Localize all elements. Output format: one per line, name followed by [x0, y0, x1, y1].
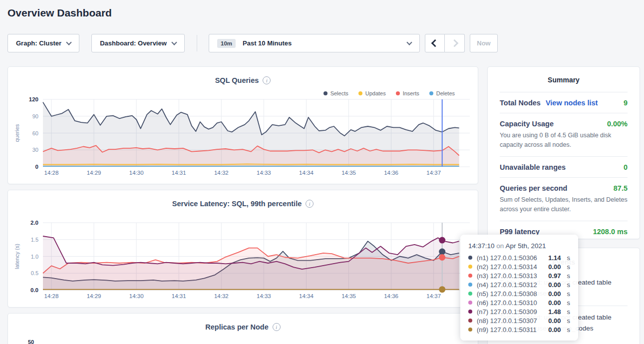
svg-text:0: 0 [35, 164, 38, 170]
svg-text:14:28: 14:28 [44, 293, 59, 299]
svg-text:60: 60 [32, 130, 38, 136]
queries-per-second-value: 87.5 [614, 184, 628, 192]
time-step-buttons [425, 34, 465, 52]
sql-queries-legend: Selects Updates Inserts Deletes [323, 90, 455, 96]
updates-dot-icon [358, 91, 362, 95]
legend-item-inserts[interactable]: Inserts [396, 90, 419, 96]
svg-text:14:33: 14:33 [257, 170, 271, 176]
svg-text:queries: queries [14, 124, 20, 142]
dashboard-dropdown[interactable]: Dashboard: Overview [91, 34, 185, 52]
svg-text:14:30: 14:30 [129, 170, 144, 176]
unavailable-ranges-value: 0 [624, 163, 628, 171]
capacity-usage-value: 0.00% [607, 120, 628, 128]
node-dot-icon [468, 256, 472, 260]
sql-queries-chart-title: SQL Queriesi [8, 76, 478, 84]
queries-per-second-desc: Sum of Selects, Updates, Inserts, and De… [500, 195, 628, 215]
sql-queries-chart-panel: SQL Queriesi Selects Updates Inserts Del… [7, 66, 478, 184]
legend-item-deletes[interactable]: Deletes [429, 90, 455, 96]
tooltip-node-row: (n9) 127.0.0.1:503110.00s [468, 325, 570, 334]
svg-text:14:32: 14:32 [214, 170, 229, 176]
total-nodes-label: Total Nodes [500, 99, 541, 107]
svg-text:0.5: 0.5 [31, 270, 38, 276]
time-range-label: Past 10 Minutes [243, 39, 292, 47]
summary-row-queries-per-second: Queries per second 87.5 Sum of Selects, … [500, 177, 628, 221]
svg-text:14:30: 14:30 [129, 293, 144, 299]
svg-text:14:29: 14:29 [87, 293, 101, 299]
svg-text:90: 90 [32, 113, 38, 119]
chevron-left-icon [431, 39, 439, 47]
svg-text:120: 120 [29, 97, 38, 102]
graph-dropdown-label: Graph: Cluster [16, 39, 61, 47]
tooltip-node-row: (n6) 127.0.0.1:503100.00s [468, 298, 570, 307]
capacity-usage-desc: You are using 0 B of 4.5 GiB usable disk… [500, 131, 628, 150]
time-prev-button[interactable] [425, 34, 445, 52]
service-latency-plot[interactable]: 0.00.51.01.52.014:2814:2914:3014:3114:32… [8, 220, 479, 305]
node-dot-icon [468, 319, 472, 323]
now-button[interactable]: Now [470, 34, 498, 52]
replicas-ytick-label: 50 [28, 339, 34, 344]
svg-text:14:32: 14:32 [214, 293, 229, 299]
capacity-usage-label: Capacity Usage [500, 120, 554, 128]
time-next-button[interactable] [445, 34, 465, 52]
graph-dropdown[interactable]: Graph: Cluster [7, 34, 79, 52]
svg-text:14:33: 14:33 [257, 293, 271, 299]
replicas-per-node-chart-panel: Replicas per Nodei 50 [7, 313, 478, 344]
svg-text:1.5: 1.5 [31, 237, 38, 243]
svg-text:latency (s): latency (s) [14, 244, 20, 269]
svg-text:14:28: 14:28 [44, 170, 59, 176]
svg-text:14:35: 14:35 [341, 170, 356, 176]
node-dot-icon [468, 274, 472, 278]
service-latency-chart-title: Service Latency: SQL, 99th percentilei [8, 199, 478, 208]
svg-text:30: 30 [32, 147, 38, 153]
node-dot-icon [468, 292, 472, 296]
unavailable-ranges-label: Unavailable ranges [500, 163, 566, 171]
time-range-badge: 10m [217, 39, 236, 48]
tooltip-node-row: (n1) 127.0.0.1:503061.14s [468, 253, 570, 262]
page-title: Overview Dashboard [7, 7, 112, 19]
svg-text:14:35: 14:35 [341, 293, 356, 299]
svg-text:14:34: 14:34 [299, 293, 314, 299]
summary-panel: Summary Total Nodes View nodes list 9 Ca… [487, 66, 640, 239]
svg-text:14:34: 14:34 [299, 170, 314, 176]
info-icon[interactable]: i [306, 200, 314, 208]
summary-row-capacity-usage: Capacity Usage 0.00% You are using 0 B o… [500, 113, 628, 156]
info-icon[interactable]: i [263, 76, 271, 84]
chart-hover-tooltip: 14:37:10 on Apr 5th, 2021 (n1) 127.0.0.1… [460, 235, 578, 341]
legend-item-selects[interactable]: Selects [323, 90, 348, 96]
chevron-down-icon [171, 39, 177, 45]
queries-per-second-label: Queries per second [500, 184, 567, 192]
svg-text:2.0: 2.0 [30, 220, 38, 226]
legend-item-updates[interactable]: Updates [358, 90, 386, 96]
tooltip-node-row: (n5) 127.0.0.1:503080.00s [468, 289, 570, 298]
service-latency-chart-panel: Service Latency: SQL, 99th percentilei 0… [7, 190, 478, 308]
time-range-dropdown[interactable]: 10m Past 10 Minutes [209, 34, 420, 52]
tooltip-node-row: (n8) 127.0.0.1:503070.00s [468, 316, 570, 325]
total-nodes-value: 9 [624, 99, 628, 107]
tooltip-node-row: (n7) 127.0.0.1:503091.48s [468, 307, 570, 316]
chevron-down-icon [406, 39, 412, 45]
svg-text:14:36: 14:36 [384, 170, 398, 176]
summary-row-unavailable-ranges: Unavailable ranges 0 [500, 156, 628, 177]
info-icon[interactable]: i [273, 323, 281, 331]
svg-text:14:29: 14:29 [87, 170, 101, 176]
svg-text:14:37: 14:37 [426, 293, 441, 299]
tooltip-timestamp: 14:37:10 on Apr 5th, 2021 [468, 242, 570, 250]
node-dot-icon [468, 328, 472, 332]
svg-text:1.0: 1.0 [31, 254, 38, 260]
node-dot-icon [468, 301, 472, 305]
deletes-dot-icon [429, 91, 433, 95]
summary-row-total-nodes: Total Nodes View nodes list 9 [500, 92, 628, 113]
tooltip-node-row: (n3) 127.0.0.1:503130.97s [468, 271, 570, 280]
inserts-dot-icon [396, 91, 400, 95]
tooltip-node-row: (n2) 127.0.0.1:503140.00s [468, 262, 570, 271]
sql-queries-plot[interactable]: 030609012014:2814:2914:3014:3114:3214:33… [8, 97, 479, 182]
toolbar-divider [197, 35, 197, 51]
tooltip-node-row: (n4) 127.0.0.1:503120.00s [468, 280, 570, 289]
summary-title: Summary [500, 67, 628, 92]
svg-text:14:37: 14:37 [426, 170, 441, 176]
view-nodes-list-link[interactable]: View nodes list [546, 99, 598, 107]
node-dot-icon [468, 310, 472, 314]
chevron-right-icon [451, 39, 459, 47]
node-dot-icon [468, 283, 472, 287]
svg-text:14:31: 14:31 [172, 293, 186, 299]
